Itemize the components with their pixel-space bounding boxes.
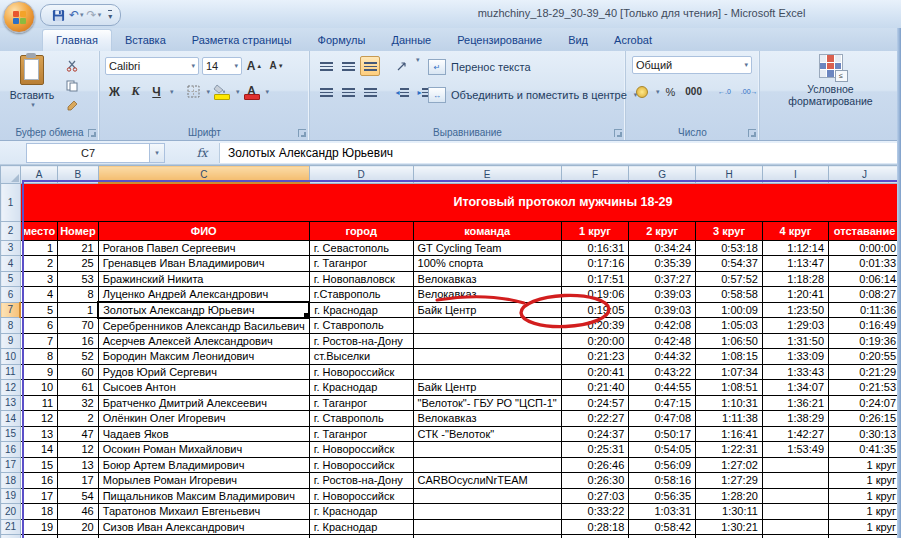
cell-H16[interactable]: 1:22:31 — [696, 442, 763, 458]
cell-F12[interactable]: 0:21:40 — [561, 380, 629, 396]
row-header-4[interactable]: 4 — [1, 256, 21, 272]
cell-F4[interactable]: 0:17:16 — [561, 256, 629, 272]
align-top-icon[interactable] — [316, 56, 336, 76]
cell-G11[interactable]: 0:43:22 — [629, 364, 696, 380]
cell-I3[interactable]: 1:12:14 — [762, 240, 828, 256]
row-header-6[interactable]: 6 — [1, 287, 21, 303]
cell-B21[interactable]: 20 — [58, 519, 99, 535]
cell-G9[interactable]: 0:42:48 — [629, 333, 696, 349]
cell-I21[interactable] — [762, 519, 828, 535]
cell-J10[interactable]: 0:20:55 — [829, 349, 901, 365]
cell-J5[interactable]: 0:06:14 — [829, 271, 901, 287]
cell-H21[interactable]: 1:30:21 — [696, 519, 763, 535]
header-cell-C[interactable]: ФИО — [98, 221, 309, 240]
cell-A16[interactable]: 14 — [20, 442, 57, 458]
cell-D13[interactable]: г. Таганрог — [309, 395, 413, 411]
cell-G7[interactable]: 0:39:03 — [629, 302, 696, 318]
font-color-dropdown-icon[interactable]: ▾ — [266, 88, 270, 96]
cell-E21[interactable] — [413, 519, 561, 535]
cell-F3[interactable]: 0:16:31 — [561, 240, 629, 256]
cell-F5[interactable]: 0:17:51 — [561, 271, 629, 287]
cell-H5[interactable]: 0:57:52 — [696, 271, 763, 287]
cell-F9[interactable]: 0:20:00 — [561, 333, 629, 349]
cell-B5[interactable]: 53 — [58, 271, 99, 287]
cell-B12[interactable]: 61 — [58, 380, 99, 396]
cell-C6[interactable]: Луценко Андрей Александрович — [98, 287, 309, 303]
cell-E17[interactable] — [413, 457, 561, 473]
cell-A11[interactable]: 9 — [20, 364, 57, 380]
cell-A4[interactable]: 2 — [20, 256, 57, 272]
cell-H19[interactable]: 1:28:20 — [696, 488, 763, 504]
cell-I9[interactable]: 1:31:50 — [762, 333, 828, 349]
row-header-8[interactable]: 8 — [1, 318, 21, 334]
cell-A12[interactable]: 10 — [20, 380, 57, 396]
cell-J16[interactable]: 0:41:35 — [829, 442, 901, 458]
cell-B11[interactable]: 60 — [58, 364, 99, 380]
cell-E11[interactable] — [413, 364, 561, 380]
header-cell-A[interactable]: место — [20, 221, 57, 240]
cell-B9[interactable]: 16 — [58, 333, 99, 349]
cell-I8[interactable]: 1:29:03 — [762, 318, 828, 334]
tab-формулы[interactable]: Формулы — [305, 30, 379, 51]
cell-C11[interactable]: Рудов Юрий Сергевич — [98, 364, 309, 380]
cell-D8[interactable]: г. Ставрополь — [309, 318, 413, 334]
office-button[interactable] — [3, 1, 35, 33]
tab-рецензирование[interactable]: Рецензирование — [444, 30, 555, 51]
accounting-dropdown-icon[interactable]: ▾ — [656, 88, 660, 96]
cell-C10[interactable]: Бородин Максим Леонидович — [98, 349, 309, 365]
row-header-20[interactable]: 20 — [1, 504, 21, 520]
cell-D4[interactable]: г. Таганрог — [309, 256, 413, 272]
cell-E22[interactable] — [413, 535, 561, 538]
clipboard-dialog-launcher-icon[interactable] — [88, 129, 96, 137]
alignment-dialog-launcher-icon[interactable] — [614, 129, 622, 137]
merge-center-button[interactable]: ↔ Объединить и поместить в центре ▾ — [428, 87, 637, 103]
cell-H15[interactable]: 1:16:41 — [696, 426, 763, 442]
cell-H9[interactable]: 1:06:50 — [696, 333, 763, 349]
header-cell-J[interactable]: отставание — [829, 221, 901, 240]
grow-font-icon[interactable]: A▲ — [245, 56, 264, 75]
cell-B22[interactable]: 28 — [58, 535, 99, 538]
column-header-I[interactable]: I — [762, 166, 828, 184]
name-box[interactable]: C7 — [26, 143, 150, 163]
cell-E10[interactable] — [413, 349, 561, 365]
row-header-9[interactable]: 9 — [1, 333, 21, 349]
cell-J6[interactable]: 0:08:27 — [829, 287, 901, 303]
row-header-21[interactable]: 21 — [1, 519, 21, 535]
cell-G8[interactable]: 0:42:08 — [629, 318, 696, 334]
cell-G10[interactable]: 0:44:32 — [629, 349, 696, 365]
cell-A6[interactable]: 4 — [20, 287, 57, 303]
cell-E12[interactable]: Байк Центр — [413, 380, 561, 396]
increase-decimal-icon[interactable]: ←.0 — [714, 82, 735, 101]
cell-D7[interactable]: г. Краснодар — [309, 302, 413, 318]
wrap-text-button[interactable]: ↵ Перенос текста — [428, 59, 531, 75]
cell-B20[interactable]: 46 — [58, 504, 99, 520]
cell-I11[interactable]: 1:33:43 — [762, 364, 828, 380]
cell-I13[interactable]: 1:36:21 — [762, 395, 828, 411]
cell-D9[interactable]: г. Ростов-на-Дону — [309, 333, 413, 349]
cell-C3[interactable]: Роганов Павел Сергеевич — [98, 240, 309, 256]
cell-H3[interactable]: 0:53:18 — [696, 240, 763, 256]
header-cell-E[interactable]: команда — [413, 221, 561, 240]
header-cell-G[interactable]: 2 круг — [629, 221, 696, 240]
cell-B3[interactable]: 21 — [58, 240, 99, 256]
cell-G3[interactable]: 0:34:24 — [629, 240, 696, 256]
row-header-5[interactable]: 5 — [1, 271, 21, 287]
cell-I7[interactable]: 1:23:50 — [762, 302, 828, 318]
cell-J3[interactable]: 0:00:00 — [829, 240, 901, 256]
cell-B13[interactable]: 32 — [58, 395, 99, 411]
cell-I6[interactable]: 1:20:41 — [762, 287, 828, 303]
cell-F6[interactable]: 0:19:06 — [561, 287, 629, 303]
cell-J18[interactable]: 1 круг — [829, 473, 901, 489]
decrease-decimal-icon[interactable]: .00→ — [737, 82, 762, 101]
cell-J21[interactable]: 1 круг — [829, 519, 901, 535]
cell-D17[interactable]: г. Новороссийск — [309, 457, 413, 473]
fill-color-dropdown-icon[interactable]: ▾ — [236, 88, 240, 96]
cell-F22[interactable]: 0:29:21 — [561, 535, 629, 538]
cell-B19[interactable]: 54 — [58, 488, 99, 504]
cell-H6[interactable]: 0:58:58 — [696, 287, 763, 303]
cell-J11[interactable]: 0:21:29 — [829, 364, 901, 380]
cell-G15[interactable]: 0:50:17 — [629, 426, 696, 442]
redo-dropdown-icon[interactable]: ▾ — [98, 11, 102, 19]
tab-вид[interactable]: Вид — [555, 30, 601, 51]
cell-C14[interactable]: Олёнкин Олег Игоревич — [98, 411, 309, 427]
